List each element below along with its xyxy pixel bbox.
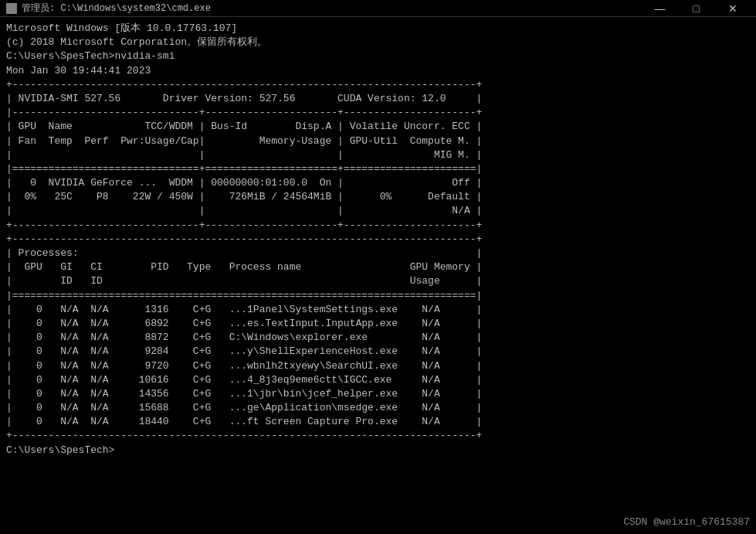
terminal-line: |===============================+=======… (6, 162, 750, 176)
terminal-content: Microsoft Windows [版本 10.0.17763.107](c)… (6, 22, 750, 457)
window-title: 管理员: C:\Windows\system32\cmd.exe (22, 2, 211, 15)
terminal-line: | 0% 25C P8 22W / 450W | 726MiB / 24564M… (6, 190, 750, 204)
terminal-line: | NVIDIA-SMI 527.56 Driver Version: 527.… (6, 92, 750, 106)
close-button[interactable]: ✕ (715, 0, 750, 17)
terminal-line: +---------------------------------------… (6, 233, 750, 247)
terminal-line: | 0 N/A N/A 9284 C+G ...y\ShellExperienc… (6, 345, 750, 359)
minimize-button[interactable]: — (642, 0, 677, 17)
cmd-icon (6, 3, 17, 14)
terminal-line: | 0 N/A N/A 6892 C+G ...es.TextInput.Inp… (6, 317, 750, 331)
terminal-line: | 0 NVIDIA GeForce ... WDDM | 00000000:0… (6, 176, 750, 190)
terminal-window[interactable]: Microsoft Windows [版本 10.0.17763.107](c)… (0, 17, 756, 534)
terminal-line: | 0 N/A N/A 9720 C+G ...wbnlh2txyewy\Sea… (6, 359, 750, 373)
terminal-line: | GPU GI CI PID Type Process name GPU Me… (6, 260, 750, 274)
terminal-line: C:\Users\SpesTech> (6, 444, 750, 457)
terminal-line: +---------------------------------------… (6, 78, 750, 92)
terminal-line: | GPU Name TCC/WDDM | Bus-Id Disp.A | Vo… (6, 120, 750, 134)
terminal-line: Mon Jan 30 19:44:41 2023 (6, 64, 750, 78)
terminal-line: | 0 N/A N/A 15688 C+G ...ge\Application\… (6, 401, 750, 415)
terminal-line: | 0 N/A N/A 10616 C+G ...4_8j3eq9eme6ctt… (6, 373, 750, 387)
terminal-line: | 0 N/A N/A 14356 C+G ...1\jbr\bin\jcef_… (6, 387, 750, 401)
terminal-line: C:\Users\SpesTech>nvidia-smi (6, 49, 750, 63)
terminal-line: | Processes: | (6, 247, 750, 260)
watermark: CSDN @weixin_67615387 (623, 516, 750, 528)
terminal-line: | ID ID Usage | (6, 274, 750, 288)
terminal-line: Microsoft Windows [版本 10.0.17763.107] (6, 22, 750, 36)
title-bar-left: 管理员: C:\Windows\system32\cmd.exe (6, 2, 211, 15)
terminal-line: (c) 2018 Microsoft Corporation。保留所有权利。 (6, 36, 750, 49)
title-bar-buttons: — □ ✕ (642, 0, 750, 17)
terminal-line: | | | MIG M. | (6, 148, 750, 162)
terminal-line: |=======================================… (6, 289, 750, 303)
terminal-line: +-------------------------------+-------… (6, 219, 750, 233)
terminal-line: | 0 N/A N/A 1316 C+G ...1Panel\SystemSet… (6, 303, 750, 317)
maximize-button[interactable]: □ (679, 0, 714, 17)
terminal-line: | 0 N/A N/A 8872 C+G C:\Windows\explorer… (6, 331, 750, 345)
terminal-line: +---------------------------------------… (6, 429, 750, 443)
terminal-line: |-------------------------------+-------… (6, 106, 750, 120)
terminal-line: | 0 N/A N/A 18440 C+G ...ft Screen Captu… (6, 415, 750, 429)
terminal-line: | | | N/A | (6, 204, 750, 218)
terminal-line: | Fan Temp Perf Pwr:Usage/Cap| Memory-Us… (6, 134, 750, 148)
title-bar: 管理员: C:\Windows\system32\cmd.exe — □ ✕ (0, 0, 756, 17)
